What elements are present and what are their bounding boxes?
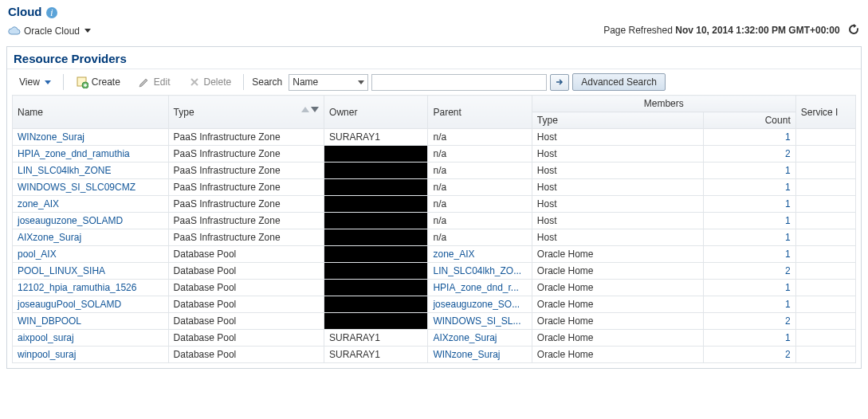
row-parent: n/a [433,165,446,176]
refresh-label-text: Page Refreshed [603,25,673,36]
row-type: PaaS Infrastructure Zone [168,163,324,179]
table-row[interactable]: joseauguzone_SOLAMDPaaS Infrastructure Z… [13,213,856,229]
row-parent[interactable]: joseauguzone_SO... [433,299,520,310]
col-header-member-type[interactable]: Type [532,112,704,129]
col-header-name[interactable]: Name [13,96,169,129]
page-refreshed-label: Page Refreshed Nov 10, 2014 1:32:00 PM G… [603,25,842,36]
edit-label: Edit [154,76,171,88]
row-member-type: Oracle Home [532,296,704,313]
row-count[interactable]: 1 [785,165,791,176]
row-count[interactable]: 2 [785,315,791,327]
row-count[interactable]: 1 [785,332,791,343]
search-field-select[interactable]: Name [289,74,368,91]
table-row[interactable]: POOL_LINUX_SIHADatabase Pool LIN_SLC04lk… [13,263,856,280]
col-header-count[interactable]: Count [704,112,795,129]
row-count[interactable]: 2 [785,349,791,360]
row-member-type: Host [532,129,704,146]
sort-desc-icon[interactable] [311,107,319,112]
row-owner: SURARAY1 [324,129,428,146]
create-button[interactable]: Create [69,72,128,92]
row-owner [324,196,428,213]
table-row[interactable]: HPIA_zone_dnd_ramuthiaPaaS Infrastructur… [13,146,856,163]
table-row[interactable]: joseauguPool_SOLAMDDatabase Pool joseaug… [13,296,856,313]
row-parent[interactable]: AIXzone_Suraj [433,332,497,343]
row-name[interactable]: WINDOWS_SI_SLC09CMZ [18,182,136,193]
table-row[interactable]: WIN_DBPOOLDatabase Pool WINDOWS_SI_SL...… [13,313,856,330]
table-row[interactable]: LIN_SLC04lkh_ZONEPaaS Infrastructure Zon… [13,163,856,179]
row-name[interactable]: LIN_SLC04lkh_ZONE [18,165,111,176]
row-parent[interactable]: zone_AIX [433,249,474,260]
row-owner [324,313,428,330]
row-service [795,196,855,213]
sort-asc-icon[interactable] [301,107,309,112]
delete-button[interactable]: Delete [181,72,239,92]
col-header-owner[interactable]: Owner [324,96,428,129]
row-type: PaaS Infrastructure Zone [168,129,324,146]
view-menu-button[interactable]: View [12,73,58,91]
row-name[interactable]: WINzone_Suraj [18,131,84,143]
row-count[interactable]: 1 [785,215,791,226]
row-type: Database Pool [168,347,324,363]
row-owner: SURARAY1 [324,330,428,347]
row-parent: n/a [433,148,446,159]
row-parent[interactable]: LIN_SLC04lkh_ZO... [433,265,521,276]
search-field-value: Name [293,76,318,88]
row-name[interactable]: HPIA_zone_dnd_ramuthia [18,148,130,159]
row-name[interactable]: 12102_hpia_ramuthia_1526 [18,282,136,293]
row-parent[interactable]: WINDOWS_SI_SL... [433,315,520,327]
row-parent[interactable]: HPIA_zone_dnd_r... [433,282,518,293]
row-count[interactable]: 1 [785,198,791,210]
row-count[interactable]: 1 [785,249,791,260]
row-name[interactable]: joseauguzone_SOLAMD [18,215,123,226]
row-count[interactable]: 1 [785,299,791,310]
row-parent[interactable]: WINzone_Suraj [433,349,500,360]
row-name[interactable]: zone_AIX [18,198,59,210]
resource-providers-table: Name Type Owner Parent Members Service I… [12,95,856,363]
row-count[interactable]: 1 [785,131,791,143]
row-name[interactable]: AIXzone_Suraj [18,232,81,243]
row-type: Database Pool [168,263,324,280]
col-header-service[interactable]: Service I [795,96,855,129]
search-input[interactable] [371,74,547,91]
row-name[interactable]: winpool_suraj [18,349,76,360]
row-name[interactable]: WIN_DBPOOL [18,315,81,327]
table-row[interactable]: AIXzone_SurajPaaS Infrastructure Zone n/… [13,229,856,246]
row-count[interactable]: 1 [785,182,791,193]
col-header-parent[interactable]: Parent [428,96,532,129]
row-service [795,229,855,246]
advanced-search-button[interactable]: Advanced Search [572,73,666,91]
row-count[interactable]: 2 [785,265,791,276]
table-row[interactable]: WINDOWS_SI_SLC09CMZPaaS Infrastructure Z… [13,179,856,196]
row-count[interactable]: 2 [785,148,791,159]
table-row[interactable]: zone_AIXPaaS Infrastructure Zone n/aHost… [13,196,856,213]
refresh-icon[interactable] [847,23,860,38]
row-name[interactable]: aixpool_suraj [18,332,74,343]
table-row[interactable]: 12102_hpia_ramuthia_1526Database Pool HP… [13,280,856,296]
search-go-button[interactable] [550,74,569,91]
table-row[interactable]: winpool_surajDatabase PoolSURARAY1WINzon… [13,347,856,363]
row-type: PaaS Infrastructure Zone [168,179,324,196]
table-row[interactable]: pool_AIXDatabase Pool zone_AIXOracle Hom… [13,246,856,263]
edit-button[interactable]: Edit [131,72,178,92]
breadcrumb-menu[interactable]: Oracle Cloud [8,25,91,37]
row-service [795,179,855,196]
row-count[interactable]: 1 [785,232,791,243]
table-row[interactable]: WINzone_SurajPaaS Infrastructure ZoneSUR… [13,129,856,146]
row-name[interactable]: POOL_LINUX_SIHA [18,265,105,276]
col-header-type[interactable]: Type [168,96,324,129]
row-type: Database Pool [168,280,324,296]
row-name[interactable]: joseauguPool_SOLAMD [18,299,121,310]
row-service [795,146,855,163]
view-label: View [19,76,40,88]
row-name[interactable]: pool_AIX [18,249,57,260]
table-row[interactable]: aixpool_surajDatabase PoolSURARAY1AIXzon… [13,330,856,347]
info-icon[interactable]: i [46,7,57,18]
row-service [795,296,855,313]
row-type: PaaS Infrastructure Zone [168,213,324,229]
row-parent: n/a [433,215,446,226]
row-type: PaaS Infrastructure Zone [168,229,324,246]
row-count[interactable]: 1 [785,282,791,293]
row-owner [324,246,428,263]
row-member-type: Host [532,163,704,179]
row-owner [324,263,428,280]
